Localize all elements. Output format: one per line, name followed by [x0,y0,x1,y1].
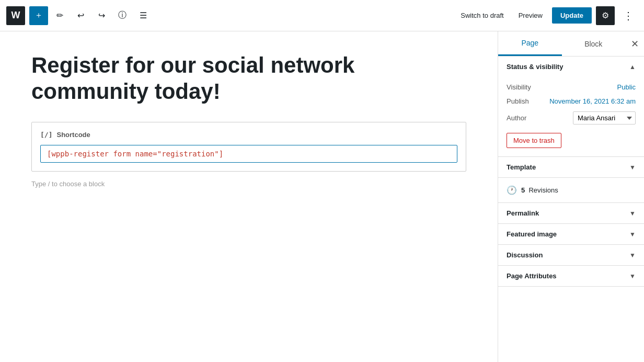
editor-area: Register for our social network communit… [0,31,498,362]
chevron-down-icon: ▼ [629,164,636,171]
template-header[interactable]: Template ▼ [498,157,644,177]
plus-icon: ＋ [34,10,43,21]
chevron-down-icon: ▼ [629,210,636,217]
sidebar: Page Block ✕ Status & visibility ▲ Visib… [498,31,644,362]
block-type-hint: Type / to choose a block [31,180,466,188]
chevron-up-icon: ▲ [629,63,636,71]
undo-icon: ↩ [77,10,84,20]
redo-button[interactable]: ↪ [92,6,111,25]
more-options-button[interactable]: ⋮ [619,6,638,25]
author-label: Author [507,114,526,122]
info-icon: ⓘ [118,10,126,21]
publish-value[interactable]: November 16, 2021 6:32 am [549,97,636,105]
template-section: Template ▼ [498,157,644,178]
discussion-header[interactable]: Discussion ▼ [498,245,644,265]
update-button[interactable]: Update [552,7,592,24]
undo-button[interactable]: ↩ [71,6,90,25]
page-attributes-section: Page Attributes ▼ [498,266,644,287]
discussion-section: Discussion ▼ [498,245,644,266]
revisions-clock-icon: 🕐 [507,185,517,195]
switch-to-draft-button[interactable]: Switch to draft [455,8,509,22]
add-block-button[interactable]: ＋ [29,6,48,25]
template-title: Template [507,163,536,171]
tab-block[interactable]: Block [562,32,626,55]
pencil-icon: ✏ [56,10,63,20]
sidebar-tabs: Page Block ✕ [498,31,644,56]
shortcode-block: [/] Shortcode [31,122,466,172]
gear-icon: ⚙ [602,10,609,20]
status-visibility-title: Status & visibility [507,63,563,71]
author-select[interactable]: Maria Ansari [573,111,636,125]
revisions-row[interactable]: 🕐 5 Revisions [498,178,644,202]
wp-logo: W [6,6,25,25]
settings-button[interactable]: ⚙ [596,6,615,25]
discussion-title: Discussion [507,251,543,259]
visibility-value[interactable]: Public [617,83,636,91]
featured-image-section: Featured image ▼ [498,224,644,245]
status-visibility-section: Status & visibility ▲ Visibility Public … [498,56,644,157]
author-row: Author Maria Ansari [507,111,636,125]
main-layout: Register for our social network communit… [0,31,644,362]
list-view-button[interactable]: ☰ [134,6,153,25]
revisions-label: 5 Revisions [521,186,558,194]
info-button[interactable]: ⓘ [113,6,132,25]
toolbar-right: Switch to draft Preview Update ⚙ ⋮ [455,6,638,25]
chevron-down-icon: ▼ [629,273,636,280]
toolbar-left: W ＋ ✏ ↩ ↪ ⓘ ☰ [6,6,453,25]
publish-row: Publish November 16, 2021 6:32 am [507,97,636,105]
shortcode-icon: [/] [40,131,52,139]
featured-image-header[interactable]: Featured image ▼ [498,224,644,244]
chevron-down-icon: ▼ [629,252,636,259]
tools-button[interactable]: ✏ [50,6,69,25]
page-title: Register for our social network communit… [31,52,466,105]
preview-button[interactable]: Preview [513,8,548,22]
chevron-down-icon: ▼ [629,231,636,238]
permalink-header[interactable]: Permalink ▼ [498,203,644,223]
toolbar: W ＋ ✏ ↩ ↪ ⓘ ☰ Switch to draft Preview Up… [0,0,644,31]
page-attributes-header[interactable]: Page Attributes ▼ [498,266,644,286]
permalink-title: Permalink [507,209,539,217]
publish-label: Publish [507,97,529,105]
visibility-row: Visibility Public [507,83,636,91]
revisions-count: 5 [521,186,525,194]
shortcode-block-header: [/] Shortcode [40,131,457,139]
visibility-label: Visibility [507,83,531,91]
ellipsis-icon: ⋮ [623,9,634,22]
revisions-section: 🕐 5 Revisions [498,178,644,203]
list-icon: ☰ [140,10,147,20]
move-to-trash-button[interactable]: Move to trash [507,133,561,148]
close-sidebar-button[interactable]: ✕ [625,35,644,53]
featured-image-title: Featured image [507,230,557,238]
shortcode-label: Shortcode [56,131,90,139]
status-visibility-body: Visibility Public Publish November 16, 2… [498,77,644,156]
page-attributes-title: Page Attributes [507,272,557,280]
tab-page[interactable]: Page [498,31,562,56]
status-visibility-header[interactable]: Status & visibility ▲ [498,56,644,77]
redo-icon: ↪ [98,10,105,20]
close-icon: ✕ [631,38,639,50]
shortcode-input[interactable] [40,145,457,163]
permalink-section: Permalink ▼ [498,203,644,224]
